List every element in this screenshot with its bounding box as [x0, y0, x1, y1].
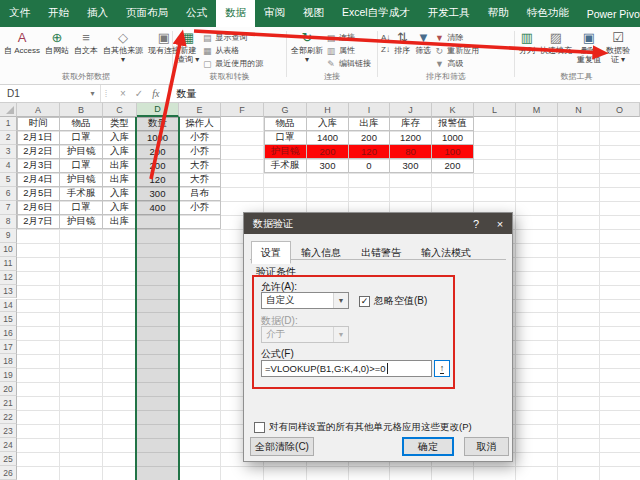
ribbon-button-connections[interactable]: ▤连接	[326, 32, 371, 43]
cell-A6[interactable]: 2月5日	[17, 187, 60, 201]
cell-K4[interactable]: 200	[432, 159, 474, 173]
row-header-9[interactable]: 9	[0, 229, 17, 243]
column-header-H[interactable]: H	[307, 103, 349, 117]
cell-C4[interactable]: 出库	[103, 159, 137, 173]
cell-B1[interactable]: 物品	[60, 117, 103, 131]
cell-B8[interactable]: 护目镜	[60, 215, 103, 229]
select-all-corner[interactable]	[0, 103, 17, 117]
dialog-title-bar[interactable]: 数据验证 ? ×	[244, 213, 512, 234]
cell-E3[interactable]: 小乔	[179, 145, 221, 159]
cell-I2[interactable]: 200	[349, 131, 390, 145]
ribbon-tab-9[interactable]: 开发工具	[419, 0, 479, 27]
cell-J4[interactable]: 300	[390, 159, 432, 173]
insert-function-icon[interactable]: fx	[152, 88, 159, 99]
row-header-3[interactable]: 3	[0, 145, 17, 159]
cell-G4[interactable]: 手术服	[264, 159, 307, 173]
cell-H3[interactable]: 200	[307, 145, 349, 159]
cell-K1[interactable]: 报警值	[432, 117, 474, 131]
cell-I1[interactable]: 出库	[349, 117, 390, 131]
cell-C6[interactable]: 入库	[103, 187, 137, 201]
ribbon-button-clear-filter[interactable]: ▼清除	[434, 32, 479, 43]
row-header-26[interactable]: 26	[0, 466, 17, 480]
ok-button[interactable]: 确定	[402, 437, 454, 456]
column-header-B[interactable]: B	[60, 103, 103, 117]
column-header-A[interactable]: A	[17, 103, 60, 117]
column-header-F[interactable]: F	[221, 103, 264, 117]
column-header-I[interactable]: I	[349, 103, 390, 117]
ribbon-button-filter[interactable]: ▼筛选	[413, 29, 433, 73]
row-header-17[interactable]: 17	[0, 340, 17, 354]
cell-J3[interactable]: 80	[390, 145, 432, 159]
column-header-C[interactable]: C	[103, 103, 137, 117]
ribbon-button-access-file[interactable]: A自 Access	[2, 29, 42, 73]
name-box[interactable]: D1	[0, 85, 85, 102]
validation-formula-input[interactable]: =VLOOKUP(B1,G:K,4,0)>=0	[261, 360, 432, 377]
cancel-button[interactable]: 取消	[464, 437, 509, 456]
cell-A5[interactable]: 2月4日	[17, 173, 60, 187]
ribbon-button-text-to-columns[interactable]: ▥分列	[517, 29, 537, 73]
row-header-23[interactable]: 23	[0, 424, 17, 438]
row-header-2[interactable]: 2	[0, 131, 17, 145]
dialog-close-icon[interactable]: ×	[488, 218, 512, 230]
ribbon-tab-1[interactable]: 开始	[39, 0, 78, 27]
dialog-tab-input-message[interactable]: 输入信息	[291, 241, 351, 264]
cell-I4[interactable]: 0	[349, 159, 390, 173]
ribbon-button-website[interactable]: ⊕自网站	[43, 29, 71, 73]
row-header-16[interactable]: 16	[0, 326, 17, 340]
cell-K3[interactable]: 100	[432, 145, 474, 159]
cell-C2[interactable]: 入库	[103, 131, 137, 145]
enter-icon[interactable]: ✓	[135, 88, 143, 99]
cell-C3[interactable]: 入库	[103, 145, 137, 159]
name-box-dropdown-icon[interactable]: ▾	[85, 85, 100, 102]
column-header-L[interactable]: L	[474, 103, 516, 117]
ribbon-button-text-file[interactable]: ≡自文本	[72, 29, 100, 73]
row-header-24[interactable]: 24	[0, 438, 17, 452]
column-header-D[interactable]: D	[137, 103, 179, 117]
ribbon-button-advanced-filter[interactable]: ▼高级	[434, 58, 479, 69]
row-header-6[interactable]: 6	[0, 187, 17, 201]
dialog-tab-settings[interactable]: 设置	[251, 241, 291, 264]
cell-A8[interactable]: 2月7日	[17, 215, 60, 229]
ribbon-button-properties[interactable]: ▥属性	[326, 45, 371, 56]
cell-H2[interactable]: 1400	[307, 131, 349, 145]
row-header-10[interactable]: 10	[0, 243, 17, 257]
column-header-K[interactable]: K	[432, 103, 474, 117]
row-header-8[interactable]: 8	[0, 215, 17, 229]
cell-E1[interactable]: 操作人	[179, 117, 221, 131]
row-header-20[interactable]: 20	[0, 382, 17, 396]
ribbon-tab-11[interactable]: 特色功能	[518, 0, 578, 27]
cell-E6[interactable]: 吕布	[179, 187, 221, 201]
dialog-help-icon[interactable]: ?	[464, 218, 488, 230]
row-header-4[interactable]: 4	[0, 159, 17, 173]
ribbon-tab-8[interactable]: Excel自学成才	[333, 0, 419, 27]
cell-B6[interactable]: 手术服	[60, 187, 103, 201]
column-header-N[interactable]: N	[558, 103, 600, 117]
ribbon-button-reapply-filter[interactable]: ↻重新应用	[434, 45, 479, 56]
row-header-7[interactable]: 7	[0, 201, 17, 215]
cell-C5[interactable]: 出库	[103, 173, 137, 187]
row-header-5[interactable]: 5	[0, 173, 17, 187]
ribbon-tab-6[interactable]: 审阅	[255, 0, 294, 27]
cell-C7[interactable]: 入库	[103, 201, 137, 215]
cell-H1[interactable]: 入库	[307, 117, 349, 131]
cell-B3[interactable]: 护目镜	[60, 145, 103, 159]
row-header-12[interactable]: 12	[0, 271, 17, 285]
cell-A2[interactable]: 2月1日	[17, 131, 60, 145]
ribbon-tab-10[interactable]: 帮助	[479, 0, 518, 27]
ignore-blank-checkbox[interactable]: ✓	[359, 296, 370, 307]
row-header-25[interactable]: 25	[0, 452, 17, 466]
cell-A4[interactable]: 2月3日	[17, 159, 60, 173]
ribbon-tab-2[interactable]: 插入	[78, 0, 117, 27]
row-header-22[interactable]: 22	[0, 410, 17, 424]
ribbon-tab-data-active[interactable]: 数据	[216, 0, 255, 27]
cell-E5[interactable]: 大乔	[179, 173, 221, 187]
column-header-O[interactable]: O	[600, 103, 640, 117]
column-header-J[interactable]: J	[390, 103, 432, 117]
ribbon-tab-3[interactable]: 页面布局	[117, 0, 177, 27]
column-header-M[interactable]: M	[516, 103, 558, 117]
column-header-E[interactable]: E	[179, 103, 221, 117]
row-header-21[interactable]: 21	[0, 396, 17, 410]
row-header-1[interactable]: 1	[0, 117, 17, 131]
cell-B5[interactable]: 护目镜	[60, 173, 103, 187]
formula-bar-grip[interactable]: ⁞	[100, 85, 111, 102]
